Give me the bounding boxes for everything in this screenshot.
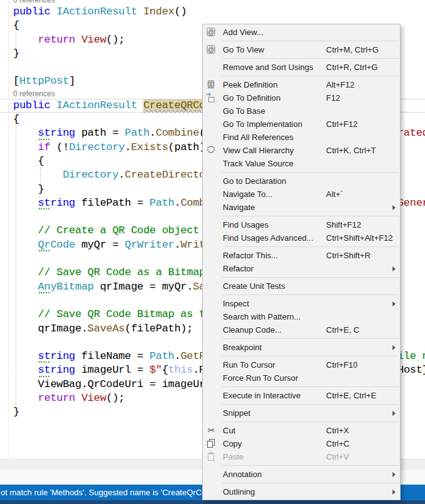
menu-item-search-with-pattern[interactable]: Search with Pattern... bbox=[203, 310, 400, 323]
menu-separator bbox=[222, 246, 399, 247]
code-token: public bbox=[13, 99, 50, 111]
menu-item-label: Go To Definition bbox=[223, 93, 280, 103]
menu-item-label: Remove and Sort Usings bbox=[223, 63, 314, 72]
code-token: path = bbox=[75, 127, 125, 139]
menu-item-remove-and-sort-usings[interactable]: Remove and Sort UsingsCtrl+R, Ctrl+G bbox=[203, 61, 400, 74]
menu-separator bbox=[222, 386, 399, 387]
code-token bbox=[13, 392, 38, 404]
menu-shortcut: Ctrl+M, Ctrl+G bbox=[326, 45, 379, 54]
code-token: Path bbox=[125, 127, 150, 139]
menu-shortcut: Ctrl+F12 bbox=[326, 119, 357, 129]
code-token: Path bbox=[150, 350, 175, 362]
menu-item-cut[interactable]: ✂CutCtrl+X bbox=[203, 424, 400, 437]
menu-shortcut: Ctrl+E, Ctrl+E bbox=[326, 391, 376, 400]
menu-item-run-to-cursor[interactable]: Run To CursorCtrl+F10 bbox=[203, 358, 400, 371]
code-token: HttpPost bbox=[19, 75, 69, 87]
submenu-arrow-icon bbox=[392, 266, 396, 271]
code-token: string bbox=[38, 363, 75, 377]
menu-shortcut: Ctrl+Shift+Alt+F12 bbox=[326, 233, 393, 243]
menu-item-peek-definition[interactable]: Peek DefinitionAlt+F12 bbox=[203, 78, 400, 91]
menu-shortcut: Ctrl+V bbox=[326, 452, 349, 461]
code-token: return bbox=[38, 392, 75, 404]
menu-item-label: Paste bbox=[223, 452, 243, 461]
menu-item-find-all-references[interactable]: Find All References bbox=[203, 131, 400, 144]
code-token bbox=[13, 281, 38, 293]
code-token bbox=[13, 350, 38, 362]
code-token: return bbox=[38, 34, 75, 46]
menu-item-label: Cleanup Code... bbox=[223, 325, 282, 335]
code-token: . bbox=[118, 169, 125, 181]
code-token: // Save QR Code as a Bitmap bbox=[38, 266, 205, 278]
code-token: imageUrl = bbox=[75, 364, 150, 376]
menu-separator bbox=[222, 76, 399, 76]
menu-item-add-view[interactable]: @Add View... bbox=[203, 26, 400, 39]
menu-item-inspect[interactable]: Inspect bbox=[203, 297, 400, 310]
menu-item-snippet[interactable]: Snippet bbox=[203, 406, 400, 420]
bottom-strip bbox=[0, 500, 425, 504]
codelens-references-link[interactable]: 0 references bbox=[13, 0, 425, 5]
context-menu: @Add View...@Go To ViewCtrl+M, Ctrl+GRem… bbox=[202, 24, 401, 500]
code-token bbox=[50, 99, 56, 111]
menu-separator bbox=[222, 338, 399, 339]
menu-item-label: Annotation bbox=[223, 470, 262, 479]
menu-item-navigate[interactable]: Navigate bbox=[203, 201, 400, 214]
menu-item-force-run-to-cursor[interactable]: Force Run To Cursor bbox=[203, 371, 400, 385]
menu-item-view-call-hierarchy[interactable]: View Call HierarchyCtrl+K, Ctrl+T bbox=[203, 144, 400, 157]
menu-item-create-unit-tests[interactable]: Create Unit Tests bbox=[203, 280, 400, 293]
svg-text:@: @ bbox=[208, 46, 214, 53]
code-token: IActionResult bbox=[56, 6, 137, 18]
menu-item-execute-in-interactive[interactable]: Execute in InteractiveCtrl+E, Ctrl+E bbox=[203, 389, 400, 402]
code-token: { bbox=[13, 19, 19, 31]
code-token: Exists bbox=[131, 141, 168, 153]
code-token: ViewBag.QrCodeUri = imageUrl; bbox=[13, 378, 218, 390]
menu-separator bbox=[222, 465, 399, 466]
submenu-arrow-icon bbox=[392, 472, 396, 477]
menu-shortcut: Alt+F12 bbox=[326, 80, 354, 89]
menu-item-go-to-view[interactable]: @Go To ViewCtrl+M, Ctrl+G bbox=[203, 43, 400, 56]
menu-item-label: Force Run To Cursor bbox=[223, 373, 298, 383]
menu-item-outlining[interactable]: Outlining bbox=[203, 485, 400, 498]
menu-item-refactor-this[interactable]: Refactor This...Ctrl+Shift+R bbox=[203, 249, 400, 262]
menu-item-label: Track Value Source bbox=[223, 159, 294, 168]
code-token bbox=[75, 392, 81, 404]
menu-shortcut: Ctrl+C bbox=[326, 439, 349, 448]
code-token: (filePath); bbox=[125, 323, 193, 335]
code-token: Path bbox=[150, 197, 175, 209]
menu-item-label: Refactor This... bbox=[223, 251, 278, 260]
menu-separator bbox=[222, 172, 399, 173]
code-token bbox=[13, 141, 38, 153]
menu-item-go-to-implementation[interactable]: Go To ImplementationCtrl+F12 bbox=[203, 118, 400, 131]
code-token: { bbox=[13, 113, 19, 125]
menu-item-label: Go To Base bbox=[223, 106, 265, 116]
menu-item-refactor[interactable]: Refactor bbox=[203, 262, 400, 275]
code-line[interactable]: public IActionResult Index() bbox=[13, 5, 425, 19]
menu-item-track-value-source[interactable]: Track Value Source bbox=[203, 157, 400, 170]
code-token: this bbox=[168, 364, 193, 376]
menu-item-find-usages[interactable]: Find UsagesShift+F12 bbox=[203, 218, 400, 231]
code-token bbox=[13, 364, 38, 376]
menu-item-go-to-declaration[interactable]: Go to Declaration bbox=[203, 174, 400, 188]
code-token: } bbox=[13, 406, 19, 418]
menu-item-copy[interactable]: CopyCtrl+C bbox=[203, 437, 400, 450]
code-token: string bbox=[38, 196, 75, 210]
code-token: fileName = bbox=[75, 350, 150, 362]
menu-item-go-to-base[interactable]: Go To Base bbox=[203, 104, 400, 118]
menu-item-navigate-to[interactable]: Navigate To...Alt+` bbox=[203, 188, 400, 201]
menu-separator bbox=[222, 295, 399, 295]
code-token: Directory bbox=[69, 141, 125, 153]
menu-item-label: View Call Hierarchy bbox=[223, 146, 294, 155]
menu-shortcut: F12 bbox=[326, 93, 340, 103]
menu-item-cleanup-code[interactable]: Cleanup Code...Ctrl+E, C bbox=[203, 323, 400, 336]
code-token bbox=[50, 6, 56, 18]
code-token: . bbox=[174, 350, 180, 362]
menu-item-annotation[interactable]: Annotation bbox=[203, 468, 400, 481]
menu-item-find-usages-advanced[interactable]: Find Usages Advanced...Ctrl+Shift+Alt+F1… bbox=[203, 231, 400, 244]
menu-item-label: Add View... bbox=[223, 28, 264, 37]
code-token: string bbox=[38, 350, 75, 363]
menu-item-go-to-definition[interactable]: Go To DefinitionF12 bbox=[203, 91, 400, 104]
add-view-icon: @ bbox=[206, 27, 217, 38]
menu-shortcut: Ctrl+Shift+R bbox=[326, 251, 371, 260]
menu-item-label: Navigate To... bbox=[223, 189, 272, 199]
code-token: public bbox=[13, 6, 50, 18]
menu-item-breakpoint[interactable]: Breakpoint bbox=[203, 341, 400, 354]
